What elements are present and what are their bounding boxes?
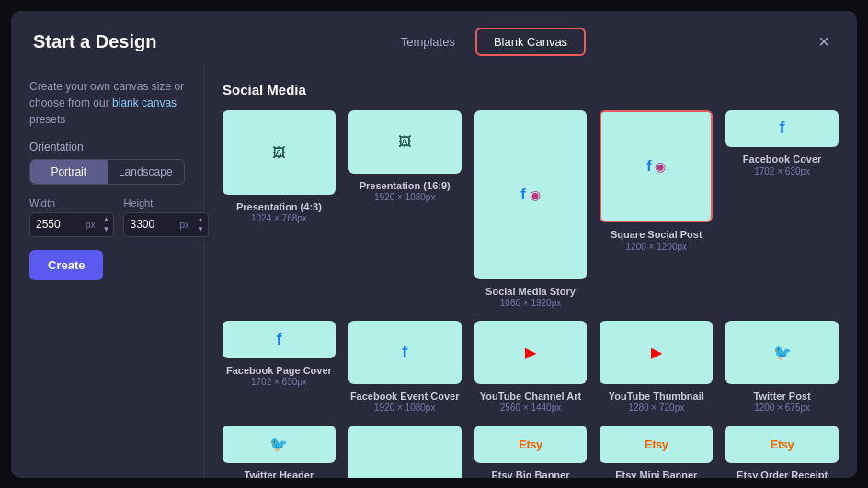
card-facebook-cover[interactable]: f Facebook Cover 1702 × 630px xyxy=(725,110,839,308)
card-etsy-receipt[interactable]: Etsy Etsy Order Receipt Banner 760 × 100… xyxy=(725,426,839,477)
card-label-twitter-post: Twitter Post xyxy=(754,390,811,403)
card-label-etsy-mini: Etsy Mini Banner xyxy=(615,469,697,477)
close-button[interactable]: × xyxy=(813,30,835,52)
card-dims-social-story: 1080 × 1920px xyxy=(500,298,561,308)
card-thumb-youtube-art: ▶ xyxy=(474,321,588,384)
card-etsy-mini[interactable]: Etsy Etsy Mini Banner 3360 × 448px xyxy=(600,426,713,477)
card-label-social-story: Social Media Story xyxy=(485,285,576,298)
width-spinner: ▲ ▼ xyxy=(99,213,114,236)
card-thumb-etsy-big: Etsy xyxy=(474,426,588,463)
dimensions-row: Width px ▲ ▼ Height xyxy=(29,198,185,237)
card-label-square-social: Square Social Post xyxy=(611,228,702,241)
card-label-youtube-art: YouTube Channel Art xyxy=(480,390,581,403)
modal-header: Start a Design Templates Blank Canvas × xyxy=(11,11,857,67)
card-thumb-square-social: f◉ xyxy=(600,110,713,223)
card-label-etsy-receipt: Etsy Order Receipt Banner xyxy=(725,469,839,477)
height-unit: px xyxy=(179,220,193,230)
card-youtube-art[interactable]: ▶ YouTube Channel Art 2560 × 1440px xyxy=(474,321,588,413)
width-unit: px xyxy=(86,220,99,230)
orientation-section: Orientation Portrait Landscape xyxy=(29,141,185,185)
card-dims-facebook-cover: 1702 × 630px xyxy=(754,166,810,176)
card-square-social[interactable]: f◉ Square Social Post 1200 × 1200px xyxy=(600,110,713,308)
card-thumb-twitter-post: 🐦 xyxy=(725,321,839,384)
tab-templates[interactable]: Templates xyxy=(384,28,472,56)
card-thumb-presentation-43: 🖼 xyxy=(223,110,336,195)
card-thumb-social-story: f◉ xyxy=(474,110,588,279)
card-label-presentation-43: Presentation (4:3) xyxy=(236,200,322,213)
card-etsy-big[interactable]: Etsy Etsy Big Banner 3360 × 840px xyxy=(474,426,588,477)
card-label-facebook-cover: Facebook Cover xyxy=(743,153,822,165)
card-dims-facebook-event: 1920 × 1080px xyxy=(374,403,435,413)
card-thumb-youtube-thumb: ▶ xyxy=(600,321,713,384)
card-pinterest-pin[interactable]: P Pinterest Pin 1000 × 1500px xyxy=(348,426,462,477)
section-title: Social Media xyxy=(223,82,839,97)
card-twitter-header[interactable]: 🐦 Twitter Header 1500 × 500px xyxy=(223,426,336,477)
card-thumb-etsy-mini: Etsy xyxy=(600,426,713,463)
width-input[interactable] xyxy=(30,213,86,235)
card-thumb-twitter-header: 🐦 xyxy=(223,426,336,463)
modal-title: Start a Design xyxy=(33,31,156,52)
main-content: Social Media 🖼 Presentation (4:3) 1024 ×… xyxy=(204,67,857,478)
card-label-facebook-page: Facebook Page Cover xyxy=(226,364,332,377)
card-label-youtube-thumb: YouTube Thumbnail xyxy=(609,390,704,403)
sidebar-description: Create your own canvas size or choose fr… xyxy=(29,78,185,128)
card-label-presentation-169: Presentation (16:9) xyxy=(360,179,451,192)
portrait-button[interactable]: Portrait xyxy=(30,160,108,184)
width-label: Width xyxy=(29,198,114,209)
card-thumb-facebook-event: f xyxy=(348,321,462,384)
card-youtube-thumb[interactable]: ▶ YouTube Thumbnail 1280 × 720px xyxy=(600,321,713,413)
card-label-twitter-header: Twitter Header xyxy=(245,469,314,477)
card-twitter-post[interactable]: 🐦 Twitter Post 1200 × 675px xyxy=(725,321,839,413)
card-dims-youtube-art: 2560 × 1440px xyxy=(500,403,561,413)
tab-blank-canvas[interactable]: Blank Canvas xyxy=(475,28,586,56)
card-dims-youtube-thumb: 1280 × 720px xyxy=(628,403,684,413)
orientation-label: Orientation xyxy=(29,141,185,153)
width-up[interactable]: ▲ xyxy=(102,215,111,224)
card-facebook-event[interactable]: f Facebook Event Cover 1920 × 1080px xyxy=(348,321,462,413)
modal-body: Create your own canvas size or choose fr… xyxy=(11,67,857,478)
card-dims-square-social: 1200 × 1200px xyxy=(626,242,687,252)
modal-overlay: Start a Design Templates Blank Canvas × … xyxy=(0,0,868,488)
landscape-button[interactable]: Landscape xyxy=(108,160,185,184)
tabs: Templates Blank Canvas xyxy=(384,28,586,56)
width-group: Width px ▲ ▼ xyxy=(29,198,114,237)
create-button[interactable]: Create xyxy=(29,250,103,280)
height-group: Height px ▲ ▼ xyxy=(123,198,208,237)
card-thumb-pinterest-pin: P xyxy=(348,426,462,477)
card-thumb-presentation-169: 🖼 xyxy=(348,110,462,174)
card-label-facebook-event: Facebook Event Cover xyxy=(350,390,460,403)
height-input[interactable] xyxy=(124,213,179,235)
card-thumb-facebook-page: f xyxy=(223,321,336,358)
card-dims-twitter-post: 1200 × 675px xyxy=(754,403,810,413)
card-presentation-43[interactable]: 🖼 Presentation (4:3) 1024 × 768px xyxy=(223,110,336,308)
modal: Start a Design Templates Blank Canvas × … xyxy=(11,11,857,478)
card-social-story[interactable]: f◉ Social Media Story 1080 × 1920px xyxy=(474,110,588,308)
height-label: Height xyxy=(123,198,208,209)
width-down[interactable]: ▼ xyxy=(102,225,111,234)
blank-canvas-link[interactable]: blank canvas xyxy=(112,96,177,109)
card-dims-presentation-43: 1024 × 768px xyxy=(251,213,307,223)
card-label-etsy-big: Etsy Big Banner xyxy=(492,469,570,477)
width-input-wrap: px ▲ ▼ xyxy=(29,212,114,237)
orientation-buttons: Portrait Landscape xyxy=(29,159,185,185)
sidebar: Create your own canvas size or choose fr… xyxy=(11,67,204,478)
height-input-wrap: px ▲ ▼ xyxy=(123,212,208,237)
cards-grid: 🖼 Presentation (4:3) 1024 × 768px 🖼 Pres… xyxy=(223,110,839,478)
card-presentation-169[interactable]: 🖼 Presentation (16:9) 1920 × 1080px xyxy=(348,110,462,308)
card-dims-presentation-169: 1920 × 1080px xyxy=(374,192,435,202)
card-facebook-page[interactable]: f Facebook Page Cover 1702 × 630px xyxy=(223,321,336,413)
card-thumb-facebook-cover: f xyxy=(725,110,839,148)
card-dims-facebook-page: 1702 × 630px xyxy=(251,377,307,387)
card-thumb-etsy-receipt: Etsy xyxy=(725,426,839,463)
